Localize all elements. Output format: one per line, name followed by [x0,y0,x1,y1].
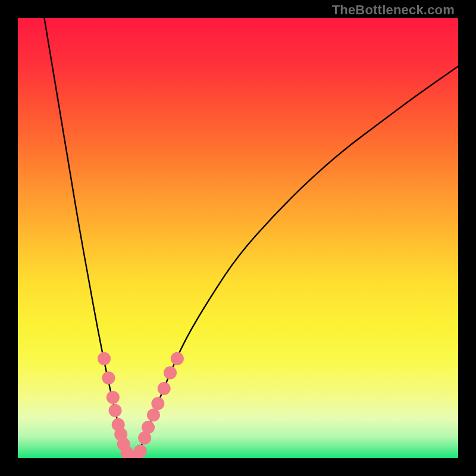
marker-dot [107,391,120,404]
marker-dot [102,371,115,384]
watermark-text: TheBottleneck.com [332,2,455,18]
marker-dot [147,408,160,421]
marker-dot [171,352,184,365]
marker-dot [142,421,155,434]
marker-dot [98,352,111,365]
chart-curves [18,18,458,458]
marker-dot [164,366,177,379]
marker-dot [109,404,122,417]
marker-dot [158,382,171,395]
curve-right-branch [137,66,458,458]
marker-dot [134,444,147,458]
plot-area [18,18,458,458]
marker-dot [151,397,164,410]
chart-frame: TheBottleneck.com [0,0,476,476]
